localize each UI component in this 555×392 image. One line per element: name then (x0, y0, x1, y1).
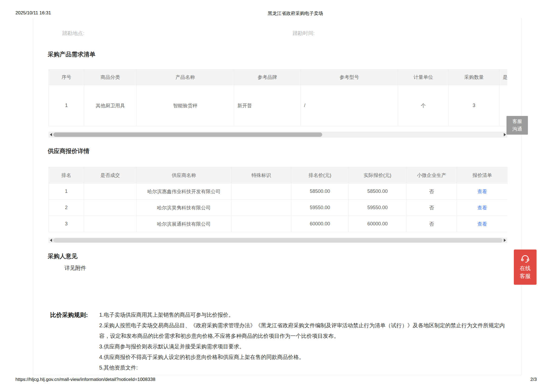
product-table-viewport: 序号 商品分类 产品名称 参考品牌 参考型号 计量单位 采购数量 是 1 其他厨… (49, 69, 507, 126)
column-header: 采购数量 (449, 70, 499, 85)
supplier-name-cell: 哈尔滨展通科技有限公司 (137, 216, 231, 232)
table-row: 1 哈尔滨惠鑫伟业科技开发有限公司 58500.00 58500.00 否 查看 (49, 183, 508, 200)
product-index-cell: 1 (49, 85, 84, 126)
column-header: 产品名称 (137, 70, 234, 85)
small-enterprise-cell: 否 (406, 183, 457, 200)
rank-price-cell: 58500.00 (291, 183, 349, 200)
scroll-left-arrow-icon[interactable] (50, 133, 52, 136)
buyer-opinion-content: 详见附件 (64, 264, 86, 272)
product-category-cell: 其他厨卫用具 (84, 85, 137, 126)
survey-location-label: 踏勘地点: (62, 30, 84, 37)
quote-table-scrollbar[interactable] (49, 238, 507, 243)
scrollbar-thumb[interactable] (53, 238, 502, 242)
product-list-title: 采购产品需求清单 (48, 50, 95, 59)
actual-price-cell: 60000.00 (349, 216, 406, 232)
actual-price-cell: 59550.00 (349, 200, 406, 216)
supplier-name-cell: 哈尔滨昊隽科技有限公司 (137, 200, 231, 216)
column-header: 是否成交 (84, 167, 137, 183)
view-quote-link[interactable]: 查看 (477, 221, 487, 227)
special-mark-cell (231, 216, 291, 232)
table-row: 2 哈尔滨昊隽科技有限公司 59550.00 59550.00 否 查看 (49, 200, 508, 216)
quote-list-title: 供应商报价详情 (48, 147, 89, 155)
footer-url: https://hljcg.hlj.gov.cn/mall-view/infor… (15, 377, 155, 382)
quote-table-header-row: 排名 是否成交 供应商名称 特殊标识 排名价(元) 实际报价(元) 小微企业生产… (49, 167, 508, 183)
product-model-cell: / (301, 85, 398, 126)
customer-chat-badge[interactable]: 客服 沟通 (506, 116, 528, 135)
print-preview-page: 2025/10/11 16:31 黑龙江省政府采购电子卖场 踏勘地点: 踏勘时间… (0, 0, 555, 392)
deal-cell (84, 200, 137, 216)
footer-page-number: 2/3 (530, 377, 537, 382)
column-header: 排名 (49, 167, 84, 183)
product-name-cell: 智能验货秤 (137, 85, 234, 126)
rank-cell: 1 (49, 183, 84, 200)
deal-cell (84, 216, 137, 232)
column-header: 商品分类 (84, 70, 137, 85)
small-enterprise-cell: 否 (406, 200, 457, 216)
scrollbar-thumb[interactable] (53, 132, 322, 137)
supplier-name-cell: 哈尔滨惠鑫伟业科技开发有限公司 (137, 183, 231, 200)
column-header: 序号 (49, 70, 84, 85)
product-extra-cell (499, 85, 508, 126)
column-header: 小微企业生产 (406, 167, 457, 183)
product-table: 序号 商品分类 产品名称 参考品牌 参考型号 计量单位 采购数量 是 1 其他厨… (49, 69, 507, 126)
rank-price-cell: 59550.00 (291, 200, 349, 216)
rule-item: 4.供应商报价不得高于采购人设定的初步意向价格和供应商上架在售的同款商品价格。 (99, 352, 514, 362)
scroll-right-arrow-icon[interactable] (504, 133, 506, 136)
headset-icon (520, 254, 530, 263)
column-header: 计量单位 (398, 70, 449, 85)
quote-table: 排名 是否成交 供应商名称 特殊标识 排名价(元) 实际报价(元) 小微企业生产… (49, 167, 508, 232)
rank-cell: 3 (49, 216, 84, 232)
rank-cell: 2 (49, 200, 84, 216)
chat-badge-line: 沟通 (506, 125, 528, 133)
rule-item: 3.供应商参与报价则表示默认满足并接受采购需求项目要求。 (99, 341, 514, 352)
product-table-scrollbar[interactable] (49, 132, 507, 138)
column-header: 实际报价(元) (349, 167, 406, 183)
rank-price-cell: 60000.00 (291, 216, 349, 232)
deal-cell (84, 183, 137, 200)
product-quantity-cell: 3 (449, 85, 499, 126)
column-header: 参考品牌 (234, 70, 301, 85)
service-button-line: 在线 (520, 264, 531, 272)
column-header: 是 (499, 70, 508, 85)
chat-badge-line: 客服 (506, 118, 528, 125)
online-service-button[interactable]: 在线 客服 (514, 250, 537, 285)
rule-item: 1.电子卖场供应商用其上架销售的商品可参与比价报价。 (99, 310, 514, 320)
quote-table-viewport: 排名 是否成交 供应商名称 特殊标识 排名价(元) 实际报价(元) 小微企业生产… (49, 167, 508, 232)
column-header: 报价清单 (457, 167, 508, 183)
service-button-line: 客服 (520, 272, 531, 280)
rules-label: 比价采购规则: (50, 311, 88, 319)
special-mark-cell (231, 200, 291, 216)
rule-item: 5.其他资质文件: (99, 362, 514, 373)
view-quote-link[interactable]: 查看 (477, 205, 487, 210)
product-unit-cell: 个 (398, 85, 449, 126)
page-title: 黑龙江省政府采购电子卖场 (268, 10, 323, 17)
column-header: 排名价(元) (291, 167, 349, 183)
print-timestamp: 2025/10/11 16:31 (15, 10, 51, 16)
scroll-left-arrow-icon[interactable] (50, 239, 52, 242)
product-table-header-row: 序号 商品分类 产品名称 参考品牌 参考型号 计量单位 采购数量 是 (49, 70, 508, 85)
small-enterprise-cell: 否 (406, 216, 457, 232)
rules-list: 1.电子卖场供应商用其上架销售的商品可参与比价报价。 2.采购人按照电子卖场交易… (99, 310, 514, 373)
table-row: 3 哈尔滨展通科技有限公司 60000.00 60000.00 否 查看 (49, 216, 508, 232)
column-header: 参考型号 (301, 70, 398, 85)
view-quote-link[interactable]: 查看 (477, 189, 487, 194)
column-header: 供应商名称 (137, 167, 231, 183)
product-brand-cell: 新开普 (234, 85, 301, 126)
column-header: 特殊标识 (231, 167, 291, 183)
buyer-opinion-title: 采购人意见 (48, 252, 78, 260)
scroll-right-arrow-icon[interactable] (504, 239, 506, 242)
table-row: 1 其他厨卫用具 智能验货秤 新开普 / 个 3 (49, 85, 508, 126)
rule-item: 2.采购人按照电子卖场交易商品品目、《政府采购需求管理办法》《黑龙江省政府采购文… (99, 320, 514, 341)
survey-time-label: 踏勘时间: (293, 30, 315, 37)
actual-price-cell: 58500.00 (349, 183, 406, 200)
special-mark-cell (231, 183, 291, 200)
